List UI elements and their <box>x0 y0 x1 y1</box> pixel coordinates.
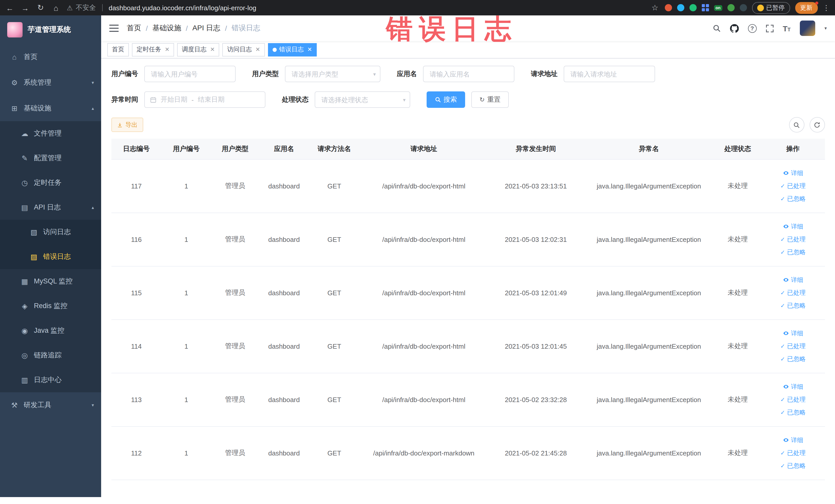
tab-error-log[interactable]: 错误日志 ✕ <box>268 43 317 56</box>
sidebar-item-access-log[interactable]: ▧ 访问日志 <box>0 220 101 244</box>
sidebar-item-devtools[interactable]: ⚒ 研发工具 ▾ <box>0 392 101 418</box>
detail-link[interactable]: 详细 <box>763 167 823 180</box>
sidebar-item-error-log[interactable]: ▨ 错误日志 <box>0 244 101 269</box>
export-button[interactable]: 导出 <box>111 118 143 132</box>
close-icon[interactable]: ✕ <box>165 46 169 53</box>
detail-link-label: 详细 <box>791 274 803 286</box>
address-url[interactable]: dashboard.yudao.iocoder.cn/infra/log/api… <box>108 4 644 12</box>
cell-method: GET <box>309 373 360 426</box>
sidebar-item-log-center[interactable]: ▥ 日志中心 <box>0 368 101 392</box>
ignore-link[interactable]: ✓ 已忽略 <box>763 192 823 205</box>
ignore-link[interactable]: ✓ 已忽略 <box>763 299 823 312</box>
bookmark-star-icon[interactable]: ☆ <box>650 3 659 12</box>
refresh-button[interactable] <box>809 117 825 133</box>
forward-icon[interactable]: → <box>21 3 30 12</box>
close-icon[interactable]: ✕ <box>256 46 260 53</box>
cell-actions: 详细 ✓ 已处理 ✓ 已忽略 <box>761 159 825 213</box>
security-chip[interactable]: ⚠ 不安全 <box>67 3 96 12</box>
sidebar-item-tracing[interactable]: ◎ 链路追踪 <box>0 343 101 368</box>
process-link[interactable]: ✓ 已处理 <box>763 233 823 246</box>
chevron-up-icon: ▴ <box>91 106 94 111</box>
close-icon[interactable]: ✕ <box>307 46 312 53</box>
detail-link[interactable]: 详细 <box>763 220 823 233</box>
filter-label: 请求地址 <box>531 69 557 79</box>
reset-button[interactable]: ↻ 重置 <box>471 92 509 108</box>
filter-user-type: 用户类型 ▾ <box>252 66 381 82</box>
sidebar-item-config-manage[interactable]: ✎ 配置管理 <box>0 146 101 170</box>
eye-icon <box>782 330 789 336</box>
paused-button[interactable]: 已暂停 <box>752 2 790 14</box>
user-type-select[interactable] <box>285 66 381 82</box>
sidebar-item-system[interactable]: ⚙ 系统管理 ▾ <box>0 70 101 96</box>
extension-grid-icon[interactable] <box>701 4 709 11</box>
sidebar-item-java-monitor[interactable]: ◉ Java 监控 <box>0 318 101 343</box>
search-toggle-button[interactable] <box>789 117 804 133</box>
search-button[interactable]: 搜索 <box>427 92 465 108</box>
help-icon[interactable]: ? <box>748 24 756 33</box>
tab-schedule-log[interactable]: 调度日志 ✕ <box>177 43 219 56</box>
tags-bar: 首页 定时任务 ✕ 调度日志 ✕ 访问日志 ✕ 错误日志 ✕ <box>101 41 835 59</box>
sidebar-item-infra[interactable]: ⊞ 基础设施 ▴ <box>0 96 101 121</box>
fullscreen-icon[interactable] <box>766 24 773 32</box>
cell-user-id: 1 <box>161 266 211 319</box>
ignore-link[interactable]: ✓ 已忽略 <box>763 352 823 365</box>
tab-access-log[interactable]: 访问日志 ✕ <box>223 43 265 56</box>
breadcrumb-item[interactable]: 基础设施 <box>152 24 181 33</box>
back-icon[interactable]: ← <box>5 3 14 12</box>
process-status-select[interactable] <box>315 92 410 108</box>
tab-home[interactable]: 首页 <box>107 43 129 56</box>
detail-link[interactable]: 详细 <box>763 434 823 446</box>
avatar[interactable] <box>800 21 815 36</box>
search-icon[interactable] <box>712 24 720 32</box>
sidebar-item-api-log[interactable]: ▤ API 日志 ▴ <box>0 195 101 220</box>
column-header: 请求方法名 <box>309 139 360 159</box>
tab-scheduled-jobs[interactable]: 定时任务 ✕ <box>132 43 174 56</box>
sidebar-item-redis-monitor[interactable]: ◈ Redis 监控 <box>0 294 101 318</box>
extension-icon[interactable] <box>677 4 684 11</box>
detail-link[interactable]: 详细 <box>763 380 823 393</box>
extension-icon[interactable] <box>727 4 734 11</box>
app-logo[interactable]: 芋道管理系统 <box>0 15 101 44</box>
close-icon[interactable]: ✕ <box>210 46 215 53</box>
home-icon[interactable]: ⌂ <box>51 3 61 12</box>
process-link[interactable]: ✓ 已处理 <box>763 180 823 192</box>
reload-icon[interactable]: ↻ <box>36 3 45 12</box>
process-link[interactable]: ✓ 已处理 <box>763 340 823 352</box>
sidebar-item-home[interactable]: ⌂ 首页 <box>0 44 101 70</box>
process-link[interactable]: ✓ 已处理 <box>763 286 823 299</box>
detail-link[interactable]: 详细 <box>763 274 823 286</box>
ignore-link[interactable]: ✓ 已忽略 <box>763 406 823 419</box>
detail-link[interactable]: 详细 <box>763 327 823 340</box>
process-link[interactable]: ✓ 已处理 <box>763 446 823 459</box>
filter-label: 异常时间 <box>111 95 138 104</box>
extension-on-icon[interactable]: on <box>714 5 722 11</box>
column-header: 异常名 <box>584 139 714 159</box>
tools-icon: ⚒ <box>10 401 19 409</box>
github-icon[interactable] <box>730 24 738 33</box>
update-button[interactable]: 更新 <box>795 2 817 14</box>
cell-exception-name: java.lang.IllegalArgumentException <box>584 213 714 266</box>
breadcrumb-item[interactable]: 首页 <box>127 24 141 33</box>
ignore-link[interactable]: ✓ 已忽略 <box>763 459 823 472</box>
breadcrumb-item[interactable]: API 日志 <box>192 24 221 33</box>
cell-user-id: 1 <box>161 373 211 426</box>
app-name-input[interactable] <box>423 66 514 82</box>
cloud-icon: ☁ <box>21 129 29 138</box>
sidebar-collapse-icon[interactable] <box>109 25 119 32</box>
extension-icon[interactable] <box>739 4 747 11</box>
chevron-down-icon[interactable]: ▾ <box>824 26 827 31</box>
cell-process-status: 未处理 <box>714 373 761 426</box>
extension-icon[interactable] <box>665 4 672 11</box>
ignore-link[interactable]: ✓ 已忽略 <box>763 246 823 259</box>
user-id-input[interactable] <box>144 66 236 82</box>
ignore-link-label: 已忽略 <box>787 406 806 419</box>
sidebar-item-scheduled-jobs[interactable]: ◷ 定时任务 <box>0 170 101 195</box>
font-size-icon[interactable]: TT <box>782 24 791 33</box>
menu-kebab-icon[interactable]: ⋮ <box>823 4 830 12</box>
request-url-input[interactable] <box>564 66 655 82</box>
date-range-picker[interactable]: 开始日期 - 结束日期 <box>144 92 265 108</box>
process-link[interactable]: ✓ 已处理 <box>763 393 823 406</box>
sidebar-item-file-manage[interactable]: ☁ 文件管理 <box>0 121 101 146</box>
extension-icon[interactable] <box>689 4 696 11</box>
sidebar-item-mysql-monitor[interactable]: ▦ MySQL 监控 <box>0 269 101 294</box>
